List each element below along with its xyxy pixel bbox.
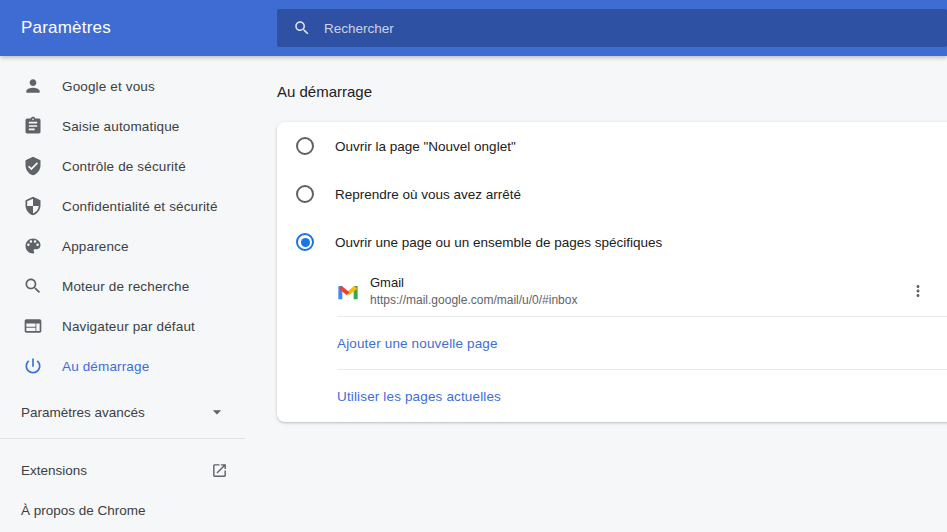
search-icon (293, 19, 311, 37)
sidebar-item-label: Au démarrage (62, 359, 149, 374)
add-new-page-link[interactable]: Ajouter une nouvelle page (277, 317, 947, 369)
open-in-new-icon (211, 462, 228, 479)
option-label: Ouvrir une page ou un ensemble de pages … (335, 235, 662, 250)
startup-page-title: Gmail (370, 275, 577, 290)
sidebar-item-confidentialite[interactable]: Confidentialité et sécurité (0, 186, 245, 226)
option-label: Reprendre où vous avez arrêté (335, 187, 521, 202)
radio-button-unselected[interactable] (296, 137, 314, 155)
sidebar-item-label: Saisie automatique (62, 119, 180, 134)
search-input[interactable] (324, 21, 947, 36)
search-icon (23, 276, 43, 296)
settings-search-bar[interactable] (277, 9, 947, 47)
sidebar-item-label: Apparence (62, 239, 129, 254)
settings-header: Paramètres (0, 0, 947, 56)
shield-icon (23, 196, 43, 216)
sidebar-item-navigateur-defaut[interactable]: Navigateur par défaut (0, 306, 245, 346)
option-open-specific-pages[interactable]: Ouvrir une page ou un ensemble de pages … (277, 218, 947, 266)
sidebar-item-label: Confidentialité et sécurité (62, 199, 218, 214)
startup-page-info: Gmail https://mail.google.com/mail/u/0/#… (370, 275, 577, 307)
radio-button-unselected[interactable] (296, 185, 314, 203)
use-current-pages-link[interactable]: Utiliser les pages actuelles (277, 370, 947, 422)
browser-icon (23, 316, 43, 336)
sidebar-item-controle-securite[interactable]: Contrôle de sécurité (0, 146, 245, 186)
option-continue-where-left-off[interactable]: Reprendre où vous avez arrêté (277, 170, 947, 218)
settings-sidebar: Google et vous Saisie automatique Contrô… (0, 56, 245, 532)
palette-icon (23, 236, 43, 256)
main-content: Au démarrage Ouvrir la page "Nouvel ongl… (277, 56, 947, 532)
sidebar-footer: Extensions À propos de Chrome (0, 439, 245, 530)
sidebar-item-apparence[interactable]: Apparence (0, 226, 245, 266)
advanced-label: Paramètres avancés (21, 405, 145, 420)
sidebar-item-extensions[interactable]: Extensions (0, 450, 245, 490)
option-new-tab-page[interactable]: Ouvrir la page "Nouvel onglet" (277, 122, 947, 170)
sidebar-item-a-propos[interactable]: À propos de Chrome (0, 490, 245, 530)
sidebar-item-label: Contrôle de sécurité (62, 159, 186, 174)
autofill-icon (23, 116, 43, 136)
sidebar-item-label: Navigateur par défaut (62, 319, 195, 334)
person-icon (23, 76, 43, 96)
sidebar-item-label: Moteur de recherche (62, 279, 189, 294)
shield-check-icon (23, 156, 43, 176)
page-title: Paramètres (21, 0, 111, 56)
gmail-favicon (337, 281, 359, 301)
sidebar-item-saisie-automatique[interactable]: Saisie automatique (0, 106, 245, 146)
sidebar-item-parametres-avances[interactable]: Paramètres avancés (0, 392, 245, 432)
about-label: À propos de Chrome (21, 503, 146, 518)
radio-button-selected[interactable] (296, 233, 314, 251)
sidebar-item-moteur-recherche[interactable]: Moteur de recherche (0, 266, 245, 306)
chevron-down-icon (207, 402, 227, 422)
startup-page-row-gmail: Gmail https://mail.google.com/mail/u/0/#… (277, 266, 947, 316)
on-startup-card: Ouvrir la page "Nouvel onglet" Reprendre… (277, 122, 947, 422)
section-title: Au démarrage (277, 82, 947, 102)
option-label: Ouvrir la page "Nouvel onglet" (335, 139, 516, 154)
more-options-button[interactable] (906, 279, 930, 303)
startup-page-url: https://mail.google.com/mail/u/0/#inbox (370, 293, 577, 307)
extensions-label: Extensions (21, 463, 87, 478)
sidebar-item-label: Google et vous (62, 79, 155, 94)
sidebar-item-au-demarrage[interactable]: Au démarrage (0, 346, 245, 386)
power-icon (23, 356, 43, 376)
sidebar-item-google-et-vous[interactable]: Google et vous (0, 66, 245, 106)
more-vert-icon (909, 282, 927, 300)
